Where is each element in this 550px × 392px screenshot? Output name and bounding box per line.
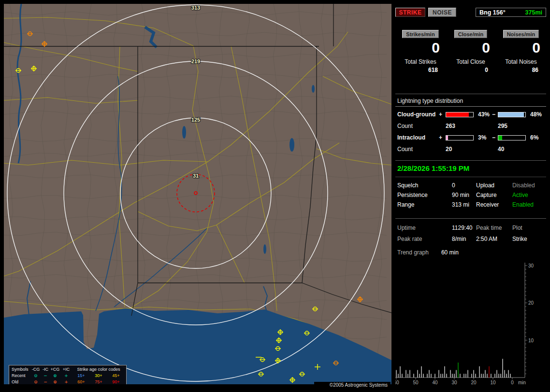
squelch-label: Squelch xyxy=(397,182,452,189)
cg-minus-count: 295 xyxy=(498,123,528,129)
range-label: Range xyxy=(397,201,452,208)
squelch-value: 0 xyxy=(452,182,476,189)
cg-plus-bar xyxy=(446,112,474,117)
receiver-status: Enabled xyxy=(512,201,546,208)
pos-cg-recent-icon: ⊕ xyxy=(50,373,60,379)
ic-plus-count: 20 xyxy=(446,146,476,153)
peak-rate-value: 8/min xyxy=(452,236,476,242)
age-code-15: 15+ xyxy=(72,373,90,379)
age-code-30: 30+ xyxy=(90,373,107,379)
range-ring-label: 125 xyxy=(191,117,200,123)
total-noises-value: 86 xyxy=(496,66,546,74)
persistence-label: Persistence xyxy=(397,192,452,198)
range-ring-label: 31 xyxy=(193,173,199,179)
intracloud-row: Intracloud + 3% − 6% xyxy=(395,132,546,143)
persistence-value: 90 min xyxy=(452,192,476,198)
minus-sign: − xyxy=(492,111,498,118)
peak-time-label: Peak time xyxy=(476,224,512,231)
bearing-value: Bng 156° xyxy=(479,9,506,16)
neg-ic-old-icon: − xyxy=(41,379,50,384)
age-code-45: 45+ xyxy=(107,373,125,379)
cg-minus-bar xyxy=(498,112,526,117)
separator xyxy=(395,94,546,94)
legend-col-neg-cg: -CG xyxy=(31,366,41,373)
separator xyxy=(395,177,546,177)
neg-cg-recent-icon: ⊖ xyxy=(31,373,41,379)
distribution-title: Lightning type distribution xyxy=(395,98,546,107)
strikes-per-min-value: 0 xyxy=(395,38,446,57)
noise-mode-button[interactable]: NOISE xyxy=(428,8,456,17)
intracloud-label: Intracloud xyxy=(397,134,439,141)
copyright-text: ©2005 Astrogenic Systems xyxy=(314,382,391,389)
noises-per-min-value: 0 xyxy=(496,38,546,57)
svg-text:10: 10 xyxy=(490,380,496,385)
stats-section: Uptime 1129:40 Peak time Plot Peak rate … xyxy=(395,222,546,244)
close-per-min-value: 0 xyxy=(446,38,496,57)
side-panel: STRIKE NOISE Bng 156° 375mi Strikes/min … xyxy=(395,4,546,388)
svg-text:30: 30 xyxy=(528,263,534,268)
legend-age-title: Strike age color codes xyxy=(72,366,125,373)
pos-ic-old-icon: + xyxy=(60,379,72,384)
total-strikes-label: Total Strikes xyxy=(395,57,446,66)
peak-rate-label: Peak rate xyxy=(397,236,452,242)
map-area: 31321912531 Symbols -CG -IC +CG +IC Stri… xyxy=(4,4,391,384)
neg-cg-old-icon: ⊖ xyxy=(31,379,41,384)
trend-bars xyxy=(396,359,510,378)
ic-minus-count: 40 xyxy=(498,146,528,153)
legend-row-recent-label: Recent xyxy=(11,373,31,379)
upload-label: Upload xyxy=(476,182,512,189)
pos-ic-recent-icon: + xyxy=(60,373,72,379)
trend-graph: 3020106050403020100min xyxy=(395,260,546,386)
ic-plus-bar-fill xyxy=(446,136,448,140)
pos-cg-old-icon: ⊕ xyxy=(50,379,60,384)
svg-text:30: 30 xyxy=(451,380,457,385)
uptime-value: 1129:40 xyxy=(452,224,476,231)
svg-text:20: 20 xyxy=(528,300,534,306)
separator xyxy=(395,218,546,219)
count-label: Count xyxy=(397,146,439,153)
plus-sign: + xyxy=(439,134,446,141)
legend-col-pos-ic: +IC xyxy=(60,366,72,373)
strikes-per-min-button[interactable]: Strikes/min xyxy=(402,30,438,38)
legend-symbols-header: Symbols xyxy=(11,366,31,373)
svg-text:10: 10 xyxy=(528,338,534,343)
svg-text:20: 20 xyxy=(471,380,477,385)
cg-plus-count: 263 xyxy=(446,123,476,129)
cg-plus-percent: 43% xyxy=(476,111,492,118)
noises-per-min-button[interactable]: Noises/min xyxy=(503,30,539,38)
total-close-value: 0 xyxy=(446,66,496,74)
lightning-distribution-section: Lightning type distribution Cloud-ground… xyxy=(395,98,546,155)
cg-minus-bar-fill xyxy=(498,112,524,117)
trend-graph-label: Trend graph xyxy=(397,249,429,256)
ic-minus-percent: 6% xyxy=(528,134,546,141)
svg-text:min: min xyxy=(518,380,526,385)
nexstorm-window: 31321912531 Symbols -CG -IC +CG +IC Stri… xyxy=(0,0,550,392)
legend-col-pos-cg: +CG xyxy=(50,366,60,373)
total-close-label: Total Close xyxy=(446,57,496,66)
uptime-label: Uptime xyxy=(397,224,452,231)
capture-status: Active xyxy=(512,192,546,198)
rate-counters: Strikes/min Close/min Noises/min 0 0 0 T… xyxy=(395,30,546,74)
plus-sign: + xyxy=(439,111,446,118)
trend-ticks-labels: 3020106050403020100min xyxy=(395,263,534,385)
total-strikes-value: 618 xyxy=(395,66,446,74)
ic-minus-bar xyxy=(498,135,526,140)
mode-toolbar: STRIKE NOISE Bng 156° 375mi xyxy=(395,8,546,17)
ic-plus-bar xyxy=(446,135,474,140)
svg-text:0: 0 xyxy=(511,380,514,385)
cloud-ground-count-row: Count 263 295 xyxy=(395,120,546,132)
trend-axes xyxy=(395,263,525,378)
close-per-min-button[interactable]: Close/min xyxy=(454,30,488,38)
total-noises-label: Total Noises xyxy=(496,57,546,66)
age-code-90: 90+ xyxy=(107,379,125,384)
legend-col-neg-ic: -IC xyxy=(41,366,50,373)
svg-text:60: 60 xyxy=(395,380,399,385)
upload-status: Disabled xyxy=(512,182,546,189)
peak-time-value: 2:50 AM xyxy=(476,236,512,242)
strike-mode-button[interactable]: STRIKE xyxy=(395,8,425,17)
settings-section: Squelch 0 Upload Disabled Persistence 90… xyxy=(395,181,546,210)
intracloud-count-row: Count 20 40 xyxy=(395,143,546,155)
age-code-60: 60+ xyxy=(72,379,90,384)
plot-label: Plot xyxy=(512,224,546,231)
bearing-display: Bng 156° 375mi xyxy=(476,8,546,17)
